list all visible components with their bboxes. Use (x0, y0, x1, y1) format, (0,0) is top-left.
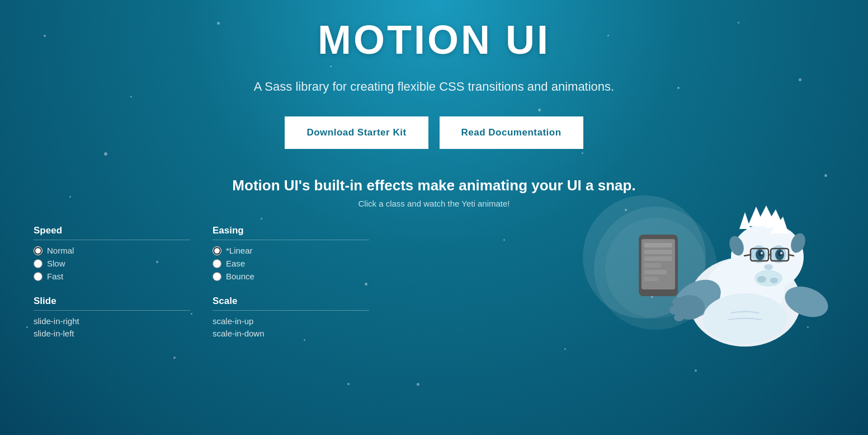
svg-rect-9 (644, 277, 658, 281)
speed-normal-label: Normal (47, 246, 74, 255)
scale-in-up[interactable]: scale-in-up (213, 316, 369, 326)
slide-label: Slide (34, 296, 190, 307)
speed-slow-item[interactable]: Slow (34, 259, 190, 268)
slide-divider (34, 310, 190, 311)
svg-rect-6 (644, 256, 672, 261)
speed-slow-radio[interactable] (34, 259, 43, 268)
svg-point-35 (770, 278, 778, 283)
svg-marker-13 (739, 212, 751, 229)
docs-button[interactable]: Read Documentation (440, 116, 583, 149)
easing-bounce-item[interactable]: Bounce (213, 272, 369, 281)
speed-label: Speed (34, 225, 190, 236)
yeti-area (566, 184, 846, 352)
speed-group: Speed Normal Slow Fast (34, 225, 190, 284)
slide-in-left[interactable]: slide-in-left (34, 329, 190, 338)
easing-bounce-radio[interactable] (213, 272, 221, 281)
easing-linear-label: *Linear (226, 246, 253, 255)
easing-ease-radio[interactable] (213, 259, 221, 268)
bottom-section: Speed Normal Slow Fast Slide slide (0, 225, 868, 341)
svg-point-26 (761, 252, 763, 255)
scale-label: Scale (213, 296, 369, 307)
scale-divider (213, 310, 369, 311)
svg-point-40 (669, 306, 681, 315)
speed-normal-item[interactable]: Normal (34, 246, 190, 255)
speed-slow-label: Slow (47, 259, 65, 268)
speed-normal-radio[interactable] (34, 246, 43, 255)
svg-rect-5 (644, 250, 672, 254)
easing-linear-item[interactable]: *Linear (213, 246, 369, 255)
yeti-illustration (588, 190, 846, 352)
svg-point-36 (764, 264, 773, 270)
speed-fast-label: Fast (47, 272, 63, 281)
slide-in-right[interactable]: slide-in-right (34, 316, 190, 326)
speed-col: Speed Normal Slow Fast Slide slide (34, 225, 190, 341)
svg-point-27 (780, 252, 782, 255)
button-group: Download Starter Kit Read Documentation (285, 116, 583, 149)
svg-point-39 (672, 297, 683, 306)
main-title: MOTION UI (318, 17, 550, 63)
easing-linear-radio[interactable] (213, 246, 221, 255)
hero-subtitle: A Sass library for creating flexible CSS… (254, 79, 614, 94)
easing-ease-item[interactable]: Ease (213, 259, 369, 268)
scale-group: Scale scale-in-up scale-in-down (213, 296, 369, 341)
speed-divider (34, 240, 190, 240)
main-container: MOTION UI A Sass library for creating fl… (0, 0, 868, 435)
easing-ease-label: Ease (226, 259, 245, 268)
scale-in-down[interactable]: scale-in-down (213, 329, 369, 338)
speed-fast-item[interactable]: Fast (34, 272, 190, 281)
svg-point-34 (757, 276, 766, 283)
svg-point-41 (674, 314, 684, 321)
easing-bounce-label: Bounce (226, 272, 254, 281)
hero-section: MOTION UI A Sass library for creating fl… (0, 0, 868, 177)
speed-fast-radio[interactable] (34, 272, 43, 281)
easing-col: Easing *Linear Ease Bounce Scale s (213, 225, 369, 341)
slide-group: Slide slide-in-right slide-in-left (34, 296, 190, 341)
easing-divider (213, 240, 369, 240)
easing-group: Easing *Linear Ease Bounce (213, 225, 369, 284)
easing-label: Easing (213, 225, 369, 236)
svg-rect-4 (644, 243, 672, 247)
download-button[interactable]: Download Starter Kit (285, 116, 428, 149)
svg-rect-7 (644, 263, 661, 268)
svg-rect-8 (644, 270, 667, 274)
